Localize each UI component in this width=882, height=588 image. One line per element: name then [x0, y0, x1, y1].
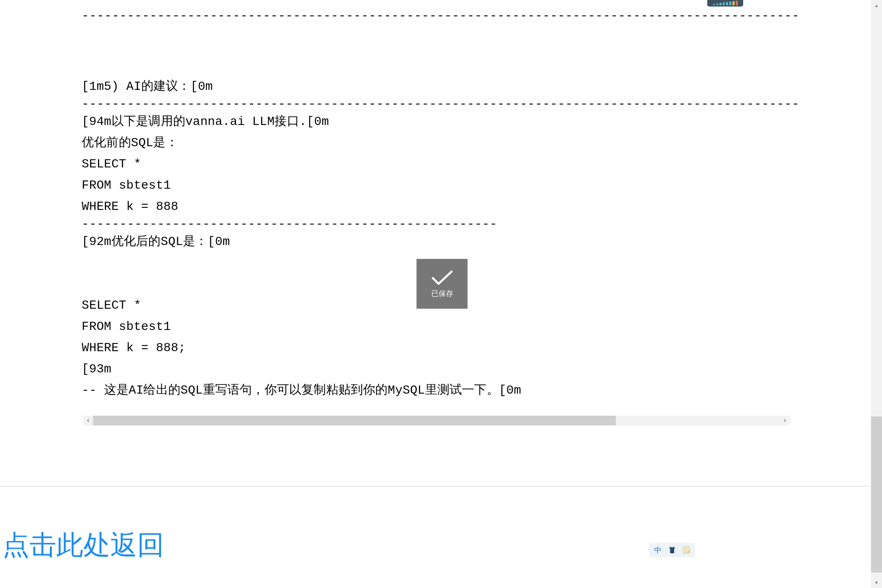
scrollbar-track[interactable] — [93, 416, 780, 425]
after-label: [92m优化后的SQL是：[0m — [82, 231, 800, 252]
scroll-down-arrow-icon[interactable]: ▾ — [871, 577, 882, 588]
ime-lang-icon[interactable]: 中 — [652, 544, 664, 556]
divider-dashed-mid: ----------------------------------------… — [82, 217, 800, 231]
check-icon — [431, 269, 453, 286]
saved-toast: 已保存 — [416, 259, 468, 309]
sql-comment: -- 这是AI给出的SQL重写语句，你可以复制粘贴到你的MySQL里测试一下。[… — [82, 380, 800, 401]
divider-dashed: ----------------------------------------… — [82, 9, 800, 23]
after-sql-line: FROM sbtest1 — [82, 316, 800, 337]
terminal-output: ----------------------------------------… — [82, 0, 800, 401]
section-heading: [1m5) AI的建议：[0m — [82, 76, 800, 97]
before-sql-line: WHERE k = 888 — [82, 196, 800, 217]
scroll-right-arrow-icon[interactable]: › — [780, 416, 790, 425]
ime-tray[interactable]: 中 — [649, 543, 695, 557]
before-sql-line: FROM sbtest1 — [82, 175, 800, 196]
scroll-up-arrow-icon[interactable]: ▴ — [871, 0, 882, 11]
section-divider — [0, 486, 870, 487]
divider-dashed: ----------------------------------------… — [82, 97, 800, 111]
ime-note-icon[interactable] — [681, 544, 692, 556]
toast-label: 已保存 — [431, 289, 453, 298]
after-sql-line: [93m — [82, 359, 800, 380]
scrollbar-thumb-vertical[interactable] — [871, 416, 882, 572]
scrollbar-thumb[interactable] — [93, 416, 616, 425]
after-sql-line: WHERE k = 888; — [82, 337, 800, 359]
page-viewport: ----------------------------------------… — [0, 0, 870, 588]
before-sql-line: SELECT * — [82, 154, 800, 175]
scroll-left-arrow-icon[interactable]: ‹ — [83, 416, 93, 425]
vertical-scrollbar[interactable]: ▴ ▾ — [871, 0, 882, 588]
horizontal-scrollbar[interactable]: ‹ › — [83, 416, 790, 425]
ime-shirt-icon[interactable] — [666, 544, 678, 556]
before-label: 优化前的SQL是： — [82, 132, 800, 154]
return-link[interactable]: 点击此处返回 — [2, 527, 164, 564]
intro-line: [94m以下是调用的vanna.ai LLM接口.[0m — [82, 111, 800, 132]
